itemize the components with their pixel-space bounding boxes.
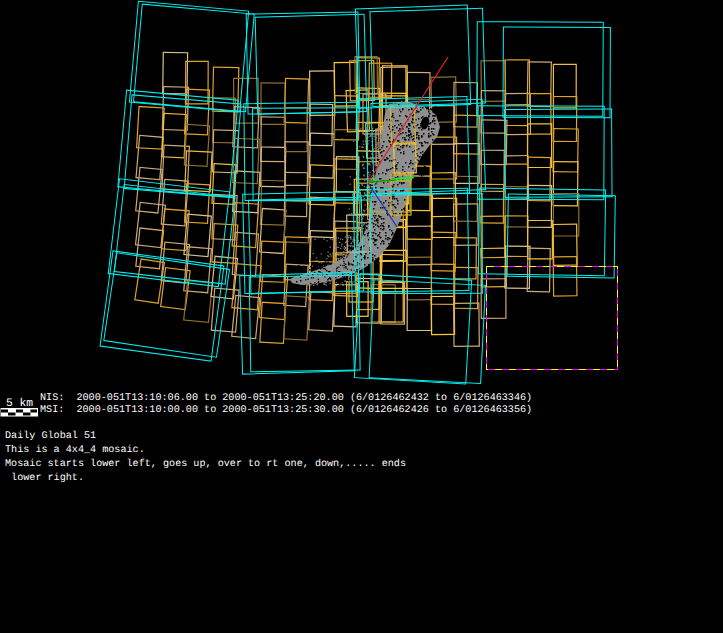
svg-text:Mosaic starts lower left, goes: Mosaic starts lower left, goes up, over … xyxy=(5,458,406,470)
svg-text:This is a 4x4_4 mosaic.: This is a 4x4_4 mosaic. xyxy=(5,444,145,456)
svg-text:NIS: 2000-051T13:10:06.00 to: NIS: 2000-051T13:10:06.00 to 2000-051T13… xyxy=(40,392,532,404)
svg-text:MSI: 2000-051T13:10:00.00 to: MSI: 2000-051T13:10:00.00 to 2000-051T13… xyxy=(40,404,532,416)
svg-text:lower right.: lower right. xyxy=(5,472,84,484)
svg-text:Daily Global 51: Daily Global 51 xyxy=(5,430,96,442)
svg-text:5 km: 5 km xyxy=(6,397,33,410)
